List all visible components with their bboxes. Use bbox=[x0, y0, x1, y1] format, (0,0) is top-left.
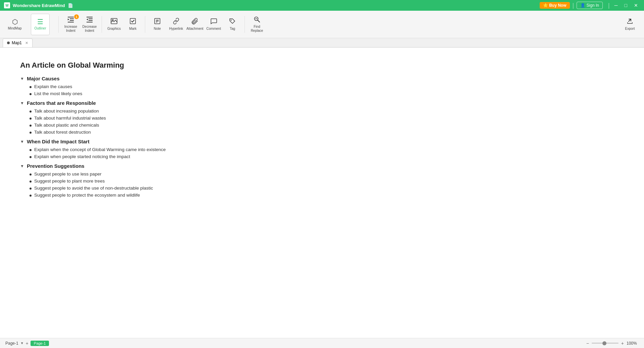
list-item: List the most likely ones bbox=[30, 91, 624, 96]
tab-map1[interactable]: Map1 ✕ bbox=[3, 39, 33, 47]
section-heading-when-impact: When Did the Impact Start bbox=[27, 139, 90, 144]
bullet-icon bbox=[30, 156, 32, 158]
item-text: List the most likely ones bbox=[34, 91, 82, 96]
collapse-arrow-prevention[interactable]: ▼ bbox=[20, 164, 24, 168]
svg-marker-4 bbox=[68, 18, 69, 20]
toolbar-separator-1 bbox=[58, 16, 59, 33]
svg-point-17 bbox=[231, 20, 232, 21]
section-factors-responsible: ▼ Factors that are Responsible Talk abou… bbox=[20, 100, 624, 135]
list-item: Suggest people to plant more trees bbox=[30, 179, 624, 184]
bullet-icon bbox=[30, 86, 32, 88]
add-page-button[interactable]: + bbox=[26, 341, 29, 346]
section-header-major-causes[interactable]: ▼ Major Causes bbox=[20, 76, 624, 81]
list-item: Suggest people to protect the ecosystem … bbox=[30, 193, 624, 198]
section-when-impact: ▼ When Did the Impact Start Explain when… bbox=[20, 139, 624, 159]
canvas: An Article on Global Warming ▼ Major Cau… bbox=[0, 48, 644, 338]
page-label: Page-1 bbox=[5, 341, 18, 346]
buy-now-button[interactable]: ⭐ Buy Now bbox=[540, 2, 570, 9]
indent-badge: 1 bbox=[74, 14, 79, 19]
item-text: Explain when people started noticing the… bbox=[34, 154, 130, 159]
hyperlink-button[interactable]: Hyperlink bbox=[167, 14, 185, 35]
sign-in-button[interactable]: 👤 Sign In bbox=[577, 2, 603, 9]
item-text: Talk about forest destruction bbox=[34, 130, 91, 135]
zoom-slider[interactable] bbox=[592, 343, 619, 344]
item-text: Talk about plastic and chemicals bbox=[34, 123, 99, 128]
section-header-prevention[interactable]: ▼ Prevention Suggestions bbox=[20, 163, 624, 169]
note-button[interactable]: Note bbox=[149, 14, 166, 35]
item-text: Explain the causes bbox=[34, 84, 72, 89]
item-text: Suggest people to avoid the use of non-d… bbox=[34, 186, 153, 191]
bullet-icon bbox=[30, 93, 32, 95]
mindmap-icon: ⬡ bbox=[12, 18, 18, 25]
document-title: An Article on Global Warming bbox=[20, 61, 624, 70]
section-header-factors[interactable]: ▼ Factors that are Responsible bbox=[20, 100, 624, 106]
find-replace-button[interactable]: FindReplace bbox=[248, 14, 266, 35]
app-name: Wondershare EdrawMind bbox=[13, 3, 65, 8]
outliner-button[interactable]: ☰ Outliner bbox=[31, 14, 50, 35]
attachment-button[interactable]: Attachment bbox=[186, 14, 204, 35]
list-item: Explain the causes bbox=[30, 84, 624, 89]
bullet-icon bbox=[30, 173, 32, 176]
toolbar-separator-4 bbox=[245, 16, 245, 33]
list-item: Explain when people started noticing the… bbox=[30, 154, 624, 159]
section-major-causes: ▼ Major Causes Explain the causes List t… bbox=[20, 76, 624, 96]
item-text: Suggest people to plant more trees bbox=[34, 179, 105, 184]
item-text: Talk about harmful industrial wastes bbox=[34, 116, 106, 121]
decrease-indent-button[interactable]: DecreaseIndent bbox=[81, 14, 98, 35]
toolbar-separator-2 bbox=[102, 16, 102, 33]
list-item: Talk about plastic and chemicals bbox=[30, 123, 624, 128]
note-icon bbox=[154, 18, 161, 25]
close-button[interactable]: ✕ bbox=[632, 2, 640, 9]
app-logo: W bbox=[4, 2, 10, 8]
list-item: Explain when the concept of Global Warmi… bbox=[30, 147, 624, 152]
increase-indent-icon bbox=[67, 16, 74, 23]
maximize-button[interactable]: □ bbox=[623, 2, 629, 9]
svg-line-19 bbox=[258, 20, 260, 22]
section-prevention: ▼ Prevention Suggestions Suggest people … bbox=[20, 163, 624, 198]
section-heading-factors: Factors that are Responsible bbox=[27, 100, 96, 106]
zoom-out-button[interactable]: − bbox=[586, 341, 589, 346]
zoom-level: 100% bbox=[627, 341, 639, 346]
graphics-icon bbox=[110, 18, 118, 25]
collapse-arrow-when-impact[interactable]: ▼ bbox=[20, 140, 24, 144]
mark-button[interactable]: Mark bbox=[124, 14, 142, 35]
comment-button[interactable]: Comment bbox=[205, 14, 222, 35]
mindmap-button[interactable]: ⬡ MindMap bbox=[5, 14, 24, 35]
tab-dot bbox=[7, 42, 10, 44]
bullet-icon bbox=[30, 181, 32, 183]
collapse-arrow-major-causes[interactable]: ▼ bbox=[20, 77, 24, 81]
section-header-when-impact[interactable]: ▼ When Did the Impact Start bbox=[20, 139, 624, 144]
tab-label: Map1 bbox=[12, 41, 22, 45]
collapse-arrow-factors[interactable]: ▼ bbox=[20, 101, 24, 105]
section-heading-prevention: Prevention Suggestions bbox=[27, 163, 85, 169]
graphics-button[interactable]: Graphics bbox=[105, 14, 123, 35]
increase-indent-container: IncreaseIndent 1 bbox=[62, 14, 79, 35]
title-bar: W Wondershare EdrawMind 📄 ⭐ Buy Now | 👤 … bbox=[0, 0, 644, 11]
doc-icon: 📄 bbox=[68, 3, 73, 8]
item-text: Talk about increasing population bbox=[34, 109, 99, 114]
mark-icon bbox=[129, 18, 137, 25]
page-dropdown-icon[interactable]: ▼ bbox=[20, 341, 24, 345]
section-items-when-impact: Explain when the concept of Global Warmi… bbox=[20, 147, 624, 159]
export-icon bbox=[626, 18, 634, 25]
zoom-in-button[interactable]: + bbox=[621, 341, 624, 346]
page-tab[interactable]: Page-1 bbox=[31, 341, 49, 346]
bullet-icon bbox=[30, 118, 32, 120]
bullet-icon bbox=[30, 125, 32, 127]
toolbar-separator-3 bbox=[145, 16, 145, 33]
attachment-icon bbox=[191, 18, 199, 25]
user-icon: 👤 bbox=[580, 3, 585, 8]
find-replace-icon bbox=[253, 16, 261, 23]
title-bar-left: W Wondershare EdrawMind 📄 bbox=[4, 2, 73, 8]
tag-button[interactable]: Tag bbox=[224, 14, 241, 35]
minimize-button[interactable]: ─ bbox=[612, 2, 620, 9]
tab-close-icon[interactable]: ✕ bbox=[25, 41, 28, 45]
main-content: An Article on Global Warming ▼ Major Cau… bbox=[0, 48, 644, 338]
bullet-icon bbox=[30, 188, 32, 190]
section-items-major-causes: Explain the causes List the most likely … bbox=[20, 84, 624, 96]
list-item: Talk about forest destruction bbox=[30, 130, 624, 135]
export-button[interactable]: Export bbox=[621, 14, 639, 35]
list-item: Talk about increasing population bbox=[30, 109, 624, 114]
bottom-left: Page-1 ▼ + Page-1 bbox=[5, 341, 49, 346]
item-text: Explain when the concept of Global Warmi… bbox=[34, 147, 166, 152]
